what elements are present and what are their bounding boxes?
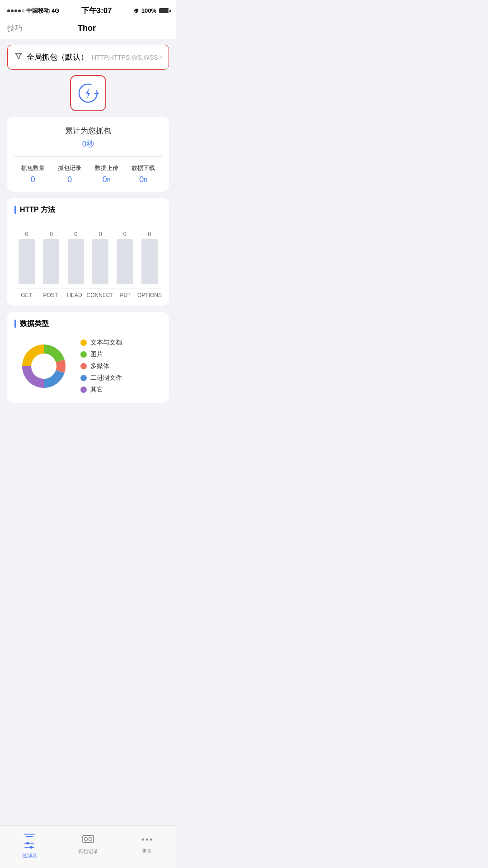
filter-left: 全局抓包（默认）: [14, 52, 88, 63]
legend-dot: [80, 363, 87, 369]
stats-row: 抓包数量 0 抓包记录 0 数据上传 0B 数据下载 0B: [14, 164, 162, 184]
bar-rect: [117, 239, 133, 284]
stats-upload: 数据上传 0B: [95, 164, 118, 184]
thunder-container: [0, 75, 176, 111]
status-bar: 中国移动 4G 下午3:07 ⊕ 100%: [0, 0, 176, 19]
title-bar-accent: [14, 206, 16, 214]
bar-label-head: HEAD: [62, 292, 86, 298]
filter-row[interactable]: 全局抓包（默认） HTTP,HTTPS,WS,WSS ›: [7, 45, 169, 70]
http-method-title: HTTP 方法: [14, 205, 162, 215]
bar-rect: [141, 239, 158, 284]
stats-time: 0秒: [14, 139, 162, 149]
stats-label-3: 数据下载: [131, 164, 155, 172]
legend-item: 其它: [80, 386, 122, 394]
legend-label: 文本与文档: [90, 339, 122, 347]
legend-item: 二进制文件: [80, 374, 122, 382]
bar-value: 0: [25, 231, 28, 237]
battery-percent: 100%: [141, 7, 156, 14]
title-bar-accent-2: [14, 320, 16, 328]
svg-point-1: [32, 354, 56, 378]
bar-value: 0: [148, 231, 151, 237]
stats-value-2: 0B: [95, 175, 118, 184]
bar-chart: 0 0 0 0 0 0: [14, 221, 162, 284]
bar-value: 0: [74, 231, 77, 237]
bar-label-get: GET: [14, 292, 38, 298]
nav-bar: 技巧 Thor: [0, 19, 176, 39]
filter-label: 全局抓包（默认）: [27, 52, 88, 62]
bar-value: 0: [50, 231, 53, 237]
legend-label: 二进制文件: [90, 374, 122, 382]
bar-rect: [19, 239, 35, 284]
filter-icon: [14, 52, 23, 63]
stats-value-1: 0: [58, 175, 81, 184]
connect-button[interactable]: [70, 75, 106, 111]
carrier-label: 中国移动: [26, 7, 50, 15]
stats-divider: [14, 156, 162, 157]
stats-label-0: 抓包数量: [21, 164, 45, 172]
bar-label-connect: CONNECT: [86, 292, 113, 298]
http-method-section: HTTP 方法 0 0 0 0 0 0 GETPOSTHEADCONNECTPU…: [7, 198, 169, 306]
stats-packet-count: 抓包数量 0: [21, 164, 45, 184]
legend-dot: [80, 387, 87, 393]
status-right: ⊕ 100%: [134, 7, 169, 14]
bar-rect: [68, 239, 84, 284]
stats-card: 累计为您抓包 0秒 抓包数量 0 抓包记录 0 数据上传 0B: [7, 117, 169, 192]
stats-value-3: 0B: [131, 175, 155, 184]
stats-title: 累计为您抓包: [14, 126, 162, 136]
stats-label-2: 数据上传: [95, 164, 118, 172]
legend-dot: [80, 375, 87, 381]
legend-item: 文本与文档: [80, 339, 122, 347]
bar-item-put: 0: [113, 231, 137, 284]
legend-dot: [80, 340, 87, 346]
bar-item-connect: 0: [88, 231, 113, 284]
legend-item: 图片: [80, 350, 122, 359]
nav-title: Thor: [78, 24, 96, 33]
network-label: 4G: [52, 7, 59, 14]
bar-value: 0: [123, 231, 127, 237]
filter-right: HTTP,HTTPS,WS,WSS ›: [92, 53, 162, 61]
bar-rect: [43, 239, 59, 284]
bar-label-options: OPTIONS: [137, 292, 162, 298]
chevron-right-icon: ›: [160, 53, 162, 61]
signal-dots: [7, 9, 24, 12]
stats-value-0: 0: [21, 175, 45, 184]
legend-label: 多媒体: [90, 362, 109, 370]
donut-section: 文本与文档 图片 多媒体 二进制文件 其它: [14, 335, 162, 396]
bar-item-get: 0: [14, 231, 39, 284]
stats-download: 数据下载 0B: [131, 164, 155, 184]
location-icon: ⊕: [134, 7, 139, 14]
legend-dot: [80, 351, 87, 358]
bar-label-post: POST: [38, 292, 62, 298]
bar-label-put: PUT: [113, 292, 137, 298]
bar-item-options: 0: [137, 231, 162, 284]
data-type-section: 数据类型 文本与文档 图片 多媒体 二进制文件 其它: [7, 312, 169, 403]
status-time: 下午3:07: [81, 5, 112, 16]
legend-item: 多媒体: [80, 362, 122, 370]
data-type-title: 数据类型: [14, 319, 162, 329]
donut-chart: [14, 337, 73, 396]
bar-item-post: 0: [39, 231, 63, 284]
nav-back-label[interactable]: 技巧: [7, 23, 23, 33]
status-left: 中国移动 4G: [7, 7, 59, 15]
chart-legend: 文本与文档 图片 多媒体 二进制文件 其它: [80, 339, 122, 394]
bar-labels: GETPOSTHEADCONNECTPUTOPTIONS: [14, 288, 162, 298]
legend-label: 图片: [90, 350, 103, 359]
battery-icon: [159, 8, 169, 13]
legend-label: 其它: [90, 386, 103, 394]
bar-value: 0: [99, 231, 102, 237]
stats-record: 抓包记录 0: [58, 164, 81, 184]
filter-protocols: HTTP,HTTPS,WS,WSS: [92, 54, 158, 61]
bar-item-head: 0: [64, 231, 88, 284]
bar-rect: [92, 239, 108, 284]
stats-label-1: 抓包记录: [58, 164, 81, 172]
